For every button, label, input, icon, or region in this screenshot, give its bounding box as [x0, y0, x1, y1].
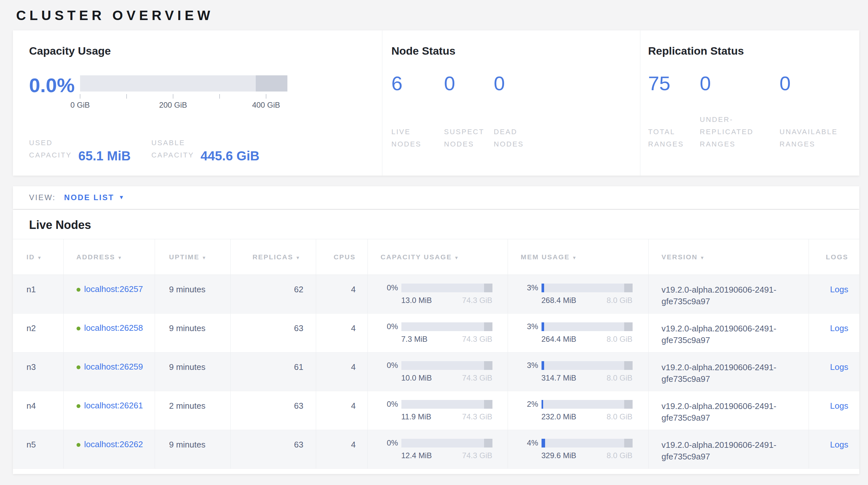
logs-link[interactable]: Logs — [830, 323, 848, 333]
next-row-partial — [13, 469, 859, 473]
tick — [173, 94, 174, 98]
live-nodes-value: 6 — [392, 73, 444, 94]
under-replicated-ranges-stat: 0 UNDER- REPLICATED RANGES — [700, 73, 779, 150]
capacity-gauge: 0.0% 0 GiB 200 GiB 400 GiB — [29, 75, 382, 110]
cluster-summary-card: Capacity Usage 0.0% 0 GiB 200 GiB 400 Gi… — [13, 30, 859, 176]
mem-percent-label: 3% — [521, 361, 541, 370]
sort-icon[interactable]: ▼ — [37, 255, 42, 260]
dead-nodes-stat: 0 DEAD NODES — [494, 73, 524, 150]
tick — [80, 94, 81, 98]
logs-link[interactable]: Logs — [830, 440, 848, 450]
replication-status-panel: Replication Status 75 TOTAL RANGES 0 UND… — [640, 30, 859, 176]
node-address-link[interactable]: localhost:26261 — [84, 401, 143, 410]
mem-bar — [541, 322, 632, 331]
capacity-used: 13.0 MiB — [401, 296, 432, 305]
header-cpus: CPUS — [316, 239, 368, 275]
mem-percent-label: 2% — [521, 400, 541, 409]
mem-used: 329.6 MiB — [541, 451, 577, 460]
logs-link[interactable]: Logs — [830, 285, 848, 294]
stat-label-line: SUSPECT — [444, 126, 494, 138]
live-status-icon — [76, 326, 81, 331]
header-replicas[interactable]: REPLICAS▼ — [230, 239, 316, 275]
live-nodes-title: Live Nodes — [13, 210, 859, 232]
logs-link[interactable]: Logs — [830, 362, 848, 372]
node-mem-usage: 4% 329.6 MiB8.0 GiB — [507, 430, 648, 469]
header-mem-usage[interactable]: MEM USAGE▼ — [507, 239, 648, 275]
header-version[interactable]: VERSION▼ — [648, 239, 809, 275]
header-address[interactable]: ADDRESS▼ — [63, 239, 155, 275]
node-mem-usage: 2% 232.0 MiB8.0 GiB — [507, 391, 648, 430]
node-capacity-usage: 0% 12.4 MiB74.3 GiB — [368, 430, 507, 469]
node-address-link[interactable]: localhost:26257 — [84, 284, 143, 294]
table-row: n2 localhost:26258 9 minutes 63 4 0% 7.3… — [13, 314, 859, 352]
stat-label-line: DEAD — [494, 126, 524, 138]
mem-total: 8.0 GiB — [607, 335, 632, 344]
stat-label-line: TOTAL — [648, 126, 700, 138]
used-capacity-stat: USED CAPACITY 65.1 MiB — [29, 137, 131, 161]
under-replicated-value: 0 — [700, 73, 779, 94]
node-version: v19.2.0-alpha.20190606-2491-gfe735c9a97 — [648, 275, 809, 314]
node-version: v19.2.0-alpha.20190606-2491-gfe735c9a97 — [648, 352, 809, 391]
sort-icon[interactable]: ▼ — [700, 255, 705, 260]
node-replicas: 61 — [230, 352, 316, 391]
capacity-percent-label: 0% — [381, 438, 401, 448]
table-row: n1 localhost:26257 9 minutes 62 4 0% 13.… — [13, 275, 859, 314]
stat-label-line: NODES — [392, 138, 444, 150]
capacity-bar — [401, 361, 492, 370]
view-bar: VIEW: NODE LIST ▼ — [13, 186, 859, 209]
axis-label-400: 400 GiB — [252, 101, 280, 110]
node-address-link[interactable]: localhost:26258 — [84, 323, 143, 333]
logs-link[interactable]: Logs — [830, 401, 848, 411]
tick — [266, 94, 267, 98]
node-cpus: 4 — [316, 391, 368, 430]
node-cpus: 4 — [316, 430, 368, 469]
view-dropdown-value[interactable]: NODE LIST — [64, 193, 114, 202]
capacity-usage-title: Capacity Usage — [29, 45, 382, 57]
mem-used: 314.7 MiB — [541, 373, 577, 382]
header-logs: LOGS — [809, 239, 859, 275]
total-ranges-stat: 75 TOTAL RANGES — [648, 73, 700, 150]
view-dropdown[interactable]: NODE LIST ▼ — [64, 193, 124, 202]
sort-icon[interactable]: ▼ — [202, 255, 207, 260]
unavailable-ranges-stat: 0 UNAVAILABLE RANGES — [779, 73, 838, 150]
header-id[interactable]: ID▼ — [13, 239, 63, 275]
capacity-percent-label: 0% — [381, 361, 401, 370]
node-id: n1 — [13, 275, 63, 314]
mem-percent-label: 3% — [521, 322, 541, 331]
sort-icon[interactable]: ▼ — [296, 255, 301, 260]
node-address-link[interactable]: localhost:26259 — [84, 362, 143, 372]
stat-label-line: UNDER- — [700, 113, 779, 126]
capacity-total: 74.3 GiB — [462, 335, 492, 344]
sort-icon[interactable]: ▼ — [572, 255, 578, 260]
sort-icon[interactable]: ▼ — [118, 255, 123, 260]
capacity-total: 74.3 GiB — [462, 412, 492, 421]
live-nodes-card: Live Nodes ID▼ ADDRESS▼ UPTIME▼ REPLICAS… — [13, 210, 859, 474]
total-ranges-value: 75 — [648, 73, 700, 94]
node-uptime: 9 minutes — [155, 352, 230, 391]
stat-label-line: USABLE — [151, 137, 194, 149]
capacity-total: 74.3 GiB — [462, 373, 492, 382]
mem-total: 8.0 GiB — [607, 296, 632, 305]
capacity-gauge-ticks — [80, 94, 266, 98]
unavailable-ranges-value: 0 — [779, 73, 838, 94]
node-address-link[interactable]: localhost:26262 — [84, 439, 143, 449]
replication-status-title: Replication Status — [648, 45, 859, 57]
stat-label-line: CAPACITY — [29, 149, 72, 161]
node-uptime: 9 minutes — [155, 430, 230, 469]
node-address-cell: localhost:26262 — [63, 430, 155, 469]
capacity-bar — [401, 284, 492, 292]
node-version: v19.2.0-alpha.20190606-2491-gfe735c9a97 — [648, 391, 809, 430]
mem-total: 8.0 GiB — [607, 451, 632, 460]
capacity-percent-label: 0% — [381, 400, 401, 409]
stat-label-line: LIVE — [392, 126, 444, 138]
node-id: n2 — [13, 314, 63, 352]
stat-label-line: USED — [29, 137, 72, 149]
capacity-used: 7.3 MiB — [401, 335, 428, 344]
sort-icon[interactable]: ▼ — [454, 255, 459, 260]
chevron-down-icon[interactable]: ▼ — [119, 194, 124, 201]
header-uptime[interactable]: UPTIME▼ — [155, 239, 230, 275]
usable-capacity-value: 445.6 GiB — [200, 149, 259, 162]
header-capacity-usage[interactable]: CAPACITY USAGE▼ — [368, 239, 507, 275]
live-status-icon — [76, 443, 81, 447]
capacity-total: 74.3 GiB — [462, 296, 492, 305]
